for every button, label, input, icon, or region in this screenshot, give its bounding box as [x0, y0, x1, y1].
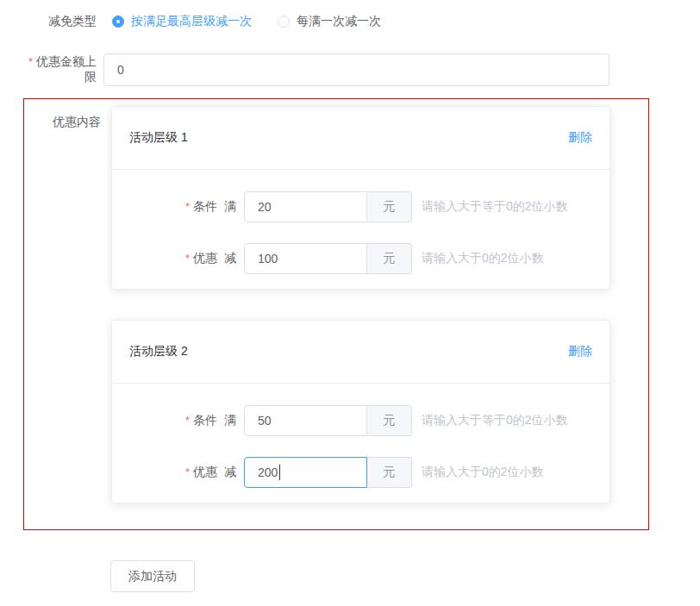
- input-hint: 请输入大于等于0的2位小数: [422, 199, 568, 215]
- row-prefix: 减: [224, 251, 236, 266]
- unit-append: 元: [367, 243, 412, 274]
- delete-link[interactable]: 删除: [568, 130, 592, 146]
- row-label: 优惠: [193, 465, 217, 478]
- input-wrap: [244, 457, 367, 488]
- amount-input-group: 元: [244, 191, 412, 222]
- row-label: 条件: [193, 413, 217, 427]
- amount-input-group: 元: [244, 405, 412, 436]
- row-label-wrap: *优惠: [129, 251, 217, 266]
- form-row: *优惠 减 元 请输入大于0的2位小数: [129, 457, 592, 488]
- amount-input[interactable]: [244, 405, 367, 436]
- card-title: 活动层级 2: [129, 344, 188, 359]
- required-asterisk: *: [28, 55, 33, 68]
- form-row: *优惠 减 元 请输入大于0的2位小数: [129, 243, 592, 274]
- row-label-wrap: *条件: [129, 199, 217, 215]
- delete-link[interactable]: 删除: [568, 344, 592, 359]
- radio-option-every-time[interactable]: 每满一次减一次: [278, 14, 381, 29]
- row-prefix: 减: [224, 465, 236, 480]
- input-wrap: [244, 191, 367, 222]
- amount-input-group: 元: [244, 457, 412, 488]
- radio-option-highest-tier[interactable]: 按满足最高层级减一次: [112, 14, 252, 29]
- discount-content-label: 优惠内容: [53, 115, 101, 130]
- amount-input[interactable]: [244, 191, 367, 222]
- radio-checked-icon[interactable]: [112, 16, 124, 28]
- row-label: 条件: [193, 199, 217, 213]
- input-wrap: [244, 243, 367, 274]
- required-asterisk: *: [185, 252, 190, 265]
- row-prefix: 满: [224, 199, 236, 215]
- radio-option-label: 按满足最高层级减一次: [131, 14, 252, 29]
- input-hint: 请输入大于0的2位小数: [422, 465, 544, 480]
- add-activity-button[interactable]: 添加活动: [110, 560, 195, 592]
- card-body: *条件 满 元 请输入大于等于0的2位小数 *优惠 减 元 请输入大于0的2位小…: [112, 170, 609, 289]
- promotion-form: 减免类型 按满足最高层级减一次 每满一次减一次 *优惠金额上限 优惠内容 活动层…: [0, 0, 700, 592]
- amount-input[interactable]: [244, 243, 367, 274]
- reduction-type-label: 减免类型: [48, 14, 97, 29]
- required-asterisk: *: [185, 200, 190, 213]
- row-label-wrap: *优惠: [129, 465, 217, 480]
- activity-tier-card: 活动层级 2 删除 *条件 满 元 请输入大于等于0的2位小数 *优惠 减 元 …: [111, 320, 610, 503]
- discount-limit-input[interactable]: [103, 53, 609, 86]
- row-prefix: 满: [224, 413, 236, 428]
- card-title: 活动层级 1: [129, 130, 188, 146]
- required-asterisk: *: [185, 465, 190, 478]
- discount-limit-row: *优惠金额上限: [16, 53, 700, 86]
- amount-input-group: 元: [244, 243, 412, 274]
- activity-tier-card: 活动层级 1 删除 *条件 满 元 请输入大于等于0的2位小数 *优惠 减 元 …: [111, 106, 610, 290]
- reduction-type-row: 减免类型 按满足最高层级减一次 每满一次减一次: [48, 13, 700, 30]
- input-wrap: [244, 405, 367, 436]
- input-hint: 请输入大于0的2位小数: [422, 251, 544, 266]
- radio-option-label: 每满一次减一次: [297, 14, 381, 29]
- text-caret: [279, 465, 280, 480]
- card-body: *条件 满 元 请输入大于等于0的2位小数 *优惠 减 元 请输入大于0的2位小…: [112, 384, 609, 503]
- amount-input[interactable]: [244, 457, 367, 488]
- unit-append: 元: [367, 457, 412, 488]
- card-header: 活动层级 1 删除: [112, 107, 609, 170]
- discount-limit-label: *优惠金额上限: [16, 54, 97, 85]
- radio-unchecked-icon[interactable]: [278, 16, 290, 28]
- row-label-wrap: *条件: [129, 413, 217, 428]
- discount-cards: 活动层级 1 删除 *条件 满 元 请输入大于等于0的2位小数 *优惠 减 元 …: [111, 106, 648, 503]
- card-header: 活动层级 2 删除: [112, 321, 609, 384]
- row-label: 优惠: [193, 251, 217, 265]
- form-row: *条件 满 元 请输入大于等于0的2位小数: [129, 191, 592, 222]
- unit-append: 元: [367, 191, 412, 222]
- unit-append: 元: [367, 405, 412, 436]
- required-asterisk: *: [185, 414, 190, 427]
- input-hint: 请输入大于等于0的2位小数: [422, 413, 568, 428]
- discount-content-section: 优惠内容 活动层级 1 删除 *条件 满 元 请输入大于等于0的2位小数 *优惠…: [23, 98, 649, 530]
- form-row: *条件 满 元 请输入大于等于0的2位小数: [129, 405, 592, 436]
